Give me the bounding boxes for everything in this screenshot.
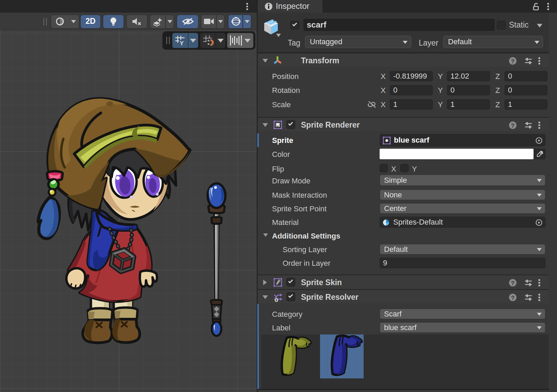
svg-text:Y: Y	[180, 40, 184, 46]
svg-text:?: ?	[511, 58, 514, 65]
svg-text:?: ?	[511, 122, 514, 129]
svg-text:?: ?	[511, 280, 514, 287]
svg-text:?: ?	[511, 295, 514, 301]
